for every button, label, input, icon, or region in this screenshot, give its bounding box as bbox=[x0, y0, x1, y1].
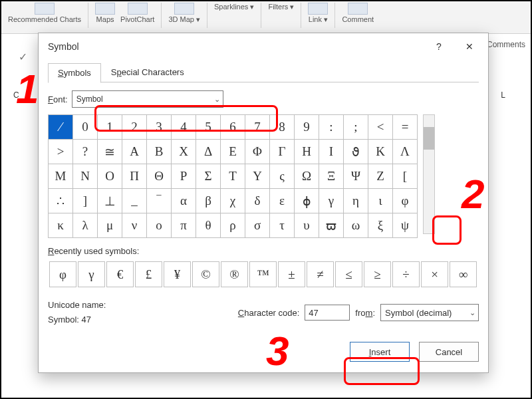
recent-symbol-cell[interactable]: ÷ bbox=[392, 261, 420, 287]
symbol-cell[interactable]: δ bbox=[245, 189, 270, 213]
recent-symbol-cell[interactable]: € bbox=[106, 261, 134, 287]
symbol-cell[interactable]: Σ bbox=[196, 164, 221, 189]
symbol-cell[interactable]: Β bbox=[147, 140, 172, 164]
recent-symbol-cell[interactable]: ® bbox=[221, 261, 248, 287]
symbol-cell[interactable]: ρ bbox=[221, 213, 245, 238]
symbol-cell[interactable]: Φ bbox=[245, 140, 270, 164]
symbol-cell[interactable]: < bbox=[368, 115, 393, 140]
symbol-cell[interactable]: ξ bbox=[368, 213, 393, 238]
symbol-cell[interactable]: Ι bbox=[319, 140, 344, 164]
symbol-cell[interactable]: Ρ bbox=[172, 164, 196, 189]
symbol-cell[interactable]: γ bbox=[319, 189, 344, 213]
symbol-cell[interactable]: Π bbox=[122, 164, 147, 189]
ribbon-group-maps[interactable]: Maps bbox=[95, 3, 115, 23]
symbol-cell[interactable]: Ε bbox=[221, 140, 245, 164]
recent-symbols-grid[interactable]: φγ€£¥©®™±≠≤≥÷×∞ bbox=[48, 260, 478, 289]
symbol-cell[interactable]: _ bbox=[122, 189, 147, 213]
symbol-cell[interactable]: ε bbox=[270, 189, 295, 213]
symbol-cell[interactable]: π bbox=[172, 213, 196, 238]
close-button[interactable]: ✕ bbox=[455, 37, 484, 57]
formula-accept-icon[interactable]: ✓ bbox=[19, 51, 27, 63]
symbol-cell[interactable]: Γ bbox=[270, 140, 295, 164]
tab-symbols[interactable]: Symbols bbox=[48, 63, 101, 83]
symbol-cell[interactable]: [ bbox=[393, 164, 418, 189]
symbol-cell[interactable]: 1 bbox=[98, 115, 122, 140]
ribbon-group-3dmap[interactable]: 3D Map ▾ bbox=[168, 3, 200, 23]
symbol-cell[interactable]: 4 bbox=[172, 115, 196, 140]
symbol-cell[interactable]: 5 bbox=[196, 115, 221, 140]
cancel-button[interactable]: Cancel bbox=[419, 342, 479, 362]
recent-symbol-cell[interactable]: ≤ bbox=[335, 261, 362, 287]
symbol-cell[interactable]: ∕ bbox=[49, 115, 73, 140]
symbol-cell[interactable]: : bbox=[319, 115, 344, 140]
ribbon-group-sparklines[interactable]: Sparklines ▾ bbox=[214, 3, 254, 11]
symbol-cell[interactable]: > bbox=[49, 140, 73, 164]
ribbon-group-comment[interactable]: Comment bbox=[342, 3, 374, 23]
symbol-cell[interactable]: κ bbox=[49, 213, 73, 238]
recent-symbol-cell[interactable]: © bbox=[192, 261, 219, 287]
recent-symbol-cell[interactable]: ± bbox=[278, 261, 305, 287]
symbol-cell[interactable]: ; bbox=[344, 115, 368, 140]
from-combobox[interactable]: Symbol (decimal) ⌄ bbox=[380, 304, 479, 321]
ribbon-group-filters[interactable]: Filters ▾ bbox=[268, 3, 294, 11]
recent-symbol-cell[interactable]: ∞ bbox=[450, 261, 477, 287]
symbol-grid[interactable]: ∕0123456789:;<=>?≅ΑΒΧΔΕΦΓΗΙϑΚΛΜΝΟΠΘΡΣΤΥς… bbox=[48, 114, 418, 238]
symbol-cell[interactable]: α bbox=[172, 189, 196, 213]
symbol-cell[interactable]: 3 bbox=[147, 115, 172, 140]
symbol-cell[interactable]: Τ bbox=[221, 164, 245, 189]
symbol-cell[interactable]: ϕ bbox=[295, 189, 319, 213]
symbol-cell[interactable]: Α bbox=[122, 140, 147, 164]
symbol-cell[interactable]: Ψ bbox=[344, 164, 368, 189]
symbol-cell[interactable]: = bbox=[393, 115, 418, 140]
symbol-cell[interactable]: σ bbox=[245, 213, 270, 238]
symbol-cell[interactable]: ϑ bbox=[344, 140, 368, 164]
symbol-cell[interactable]: 8 bbox=[270, 115, 295, 140]
scrollbar-thumb[interactable] bbox=[424, 127, 434, 150]
symbol-cell[interactable]: Ξ bbox=[319, 164, 344, 189]
recent-symbol-cell[interactable]: φ bbox=[49, 261, 76, 287]
recent-symbol-cell[interactable]: × bbox=[421, 261, 448, 287]
symbol-cell[interactable]: Μ bbox=[49, 164, 73, 189]
grid-scrollbar[interactable] bbox=[423, 114, 435, 234]
symbol-cell[interactable]: Υ bbox=[245, 164, 270, 189]
symbol-cell[interactable]: λ bbox=[73, 213, 98, 238]
symbol-cell[interactable]: ? bbox=[73, 140, 98, 164]
insert-button[interactable]: Insert bbox=[350, 342, 410, 362]
symbol-cell[interactable]: ω bbox=[344, 213, 368, 238]
recent-symbol-cell[interactable]: γ bbox=[78, 261, 105, 287]
symbol-cell[interactable]: ∴ bbox=[49, 189, 73, 213]
symbol-cell[interactable]: χ bbox=[221, 189, 245, 213]
symbol-cell[interactable]: ] bbox=[73, 189, 98, 213]
symbol-cell[interactable]: θ bbox=[196, 213, 221, 238]
symbol-cell[interactable]: ν bbox=[122, 213, 147, 238]
symbol-cell[interactable]: η bbox=[344, 189, 368, 213]
help-button[interactable]: ? bbox=[424, 37, 454, 57]
recent-symbol-cell[interactable]: £ bbox=[135, 261, 162, 287]
tab-special-characters[interactable]: Special Characters bbox=[101, 63, 194, 82]
symbol-cell[interactable]: Ω bbox=[295, 164, 319, 189]
symbol-cell[interactable]: μ bbox=[98, 213, 122, 238]
symbol-cell[interactable]: β bbox=[196, 189, 221, 213]
recent-symbol-cell[interactable]: ¥ bbox=[164, 261, 191, 287]
ribbon-group-pivotchart[interactable]: PivotChart bbox=[120, 3, 154, 23]
symbol-cell[interactable]: Ζ bbox=[368, 164, 393, 189]
symbol-cell[interactable]: ϖ bbox=[319, 213, 344, 238]
symbol-cell[interactable]: Κ bbox=[368, 140, 393, 164]
symbol-cell[interactable]: ≅ bbox=[98, 140, 122, 164]
symbol-cell[interactable]: Χ bbox=[172, 140, 196, 164]
symbol-cell[interactable]: ι bbox=[368, 189, 393, 213]
symbol-cell[interactable]: υ bbox=[295, 213, 319, 238]
recent-symbol-cell[interactable]: ™ bbox=[249, 261, 277, 287]
symbol-cell[interactable]: Ο bbox=[98, 164, 122, 189]
symbol-cell[interactable]: ⊥ bbox=[98, 189, 122, 213]
symbol-cell[interactable]: ο bbox=[147, 213, 172, 238]
recent-symbol-cell[interactable]: ≥ bbox=[364, 261, 391, 287]
symbol-cell[interactable]: Δ bbox=[196, 140, 221, 164]
symbol-cell[interactable]: 7 bbox=[245, 115, 270, 140]
symbol-cell[interactable]: Λ bbox=[393, 140, 418, 164]
symbol-cell[interactable]: ψ bbox=[393, 213, 418, 238]
symbol-cell[interactable]: φ bbox=[393, 189, 418, 213]
symbol-cell[interactable]: 9 bbox=[295, 115, 319, 140]
symbol-cell[interactable]: τ bbox=[270, 213, 295, 238]
symbol-cell[interactable]: ς bbox=[270, 164, 295, 189]
